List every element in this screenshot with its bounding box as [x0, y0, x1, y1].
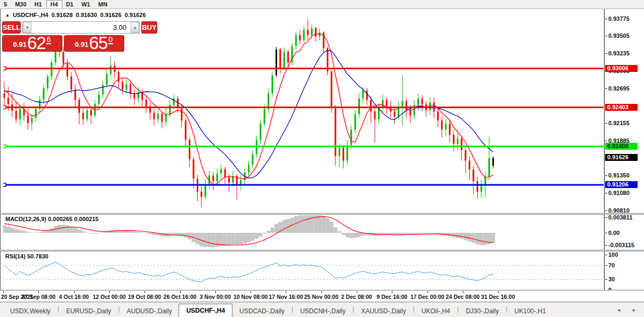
price-axis-label: 0.93505	[608, 32, 630, 39]
price-axis-label: 0.92155	[608, 120, 630, 127]
tab-audusd-daily[interactable]: AUDUSD-,Daily	[120, 306, 179, 317]
time-axis[interactable]: 20 Sep 202127 Sep 08:004 Oct 16:0012 Oct…	[0, 291, 644, 302]
time-axis-label: 26 Oct 16:00	[163, 294, 198, 300]
volume-decrease-icon[interactable]: ▾	[23, 22, 31, 33]
buy-price-prefix: 0.91	[75, 40, 88, 48]
time-axis-tick	[357, 291, 357, 293]
chart-symbol-title: USDCHF-,H4	[13, 12, 49, 18]
time-axis-tick	[109, 291, 110, 293]
rsi-scale-label: 30	[608, 276, 615, 283]
timeframe-button-h1[interactable]: H1	[31, 0, 46, 9]
time-axis-tick	[74, 291, 75, 293]
macd-scale-label: -0.003115	[608, 242, 634, 249]
time-axis-label: 27 Sep 08:00	[21, 294, 56, 300]
price-line-badge: 0.92403	[605, 104, 638, 111]
timeframe-button-5[interactable]: 5	[0, 0, 11, 9]
price-axis[interactable]: 0.937750.935050.932350.929650.926950.921…	[604, 9, 644, 291]
buy-price-button[interactable]: 0.91 65 0	[64, 35, 124, 52]
time-axis-label: 25 Nov 00:00	[304, 294, 339, 300]
buy-price-big: 65	[89, 36, 108, 51]
timeframe-button-w1[interactable]: W1	[78, 0, 95, 9]
price-axis-label: 0.91350	[608, 172, 630, 179]
timeframe-button-m30[interactable]: M30	[11, 0, 30, 9]
time-axis-tick	[321, 291, 322, 293]
chart-tab-bar: USDX,Weekly|EURUSD-,Daily|AUDUSD-,DailyU…	[0, 302, 644, 317]
time-axis-tick	[3, 291, 4, 293]
tab-scroll-left-icon[interactable]: ◄	[616, 307, 621, 313]
tab-scroll-right-icon[interactable]: ►	[632, 307, 637, 313]
tab-usdcnh-daily[interactable]: USDCNH-,Daily	[293, 306, 352, 317]
volume-input[interactable]	[31, 22, 131, 33]
time-axis-label: 31 Dec 16:00	[480, 294, 516, 300]
price-axis-label: 0.93775	[608, 15, 630, 22]
macd-label: MACD(12,26,9) 0.000265 0.000215	[5, 216, 99, 222]
timeframe-button-mn[interactable]: MN	[94, 0, 111, 9]
time-axis-splitter[interactable]	[0, 290, 644, 291]
tab-uk100-h1[interactable]: UK100-,H1	[508, 306, 553, 317]
buy-button[interactable]: BUY	[141, 21, 157, 34]
tab-ukoil-h4[interactable]: UKOil-,H4	[415, 306, 457, 317]
sell-price-big: 62	[27, 36, 46, 51]
rsi-scale-label: 70	[608, 262, 615, 269]
time-axis-label: 4 Oct 16:00	[57, 294, 92, 300]
time-axis-label: 10 Nov 08:00	[233, 294, 268, 300]
time-axis-tick	[498, 291, 498, 293]
macd-pane-splitter[interactable]	[0, 213, 644, 215]
price-line-badge: 0.91206	[605, 181, 638, 188]
macd-scale-label: 0.00	[608, 230, 619, 237]
terminal-window: 5M30H1H4D1W1MN 0.937750.935050.932350.92…	[0, 0, 644, 317]
rsi-label: RSI(14) 50.7830	[5, 253, 49, 259]
price-axis-label: 0.93235	[608, 50, 630, 57]
timeframe-button-h4[interactable]: H4	[46, 0, 62, 9]
sell-price-button[interactable]: 0.91 62 6	[2, 35, 62, 52]
time-axis-tick	[428, 291, 428, 293]
ohlc-high: 0.91630	[76, 12, 97, 18]
time-axis-label: 19 Oct 08:00	[127, 294, 162, 300]
price-line-badge: 0.93006	[605, 65, 638, 72]
macd-scale-label: 0.003811	[608, 214, 632, 221]
sell-price-pip: 6	[46, 36, 52, 44]
tab-usdx-weekly[interactable]: USDX,Weekly	[3, 306, 58, 317]
tab-usdchf-h4[interactable]: USDCHF-,H4	[179, 304, 232, 317]
time-axis-tick	[180, 291, 181, 293]
rsi-pane-splitter[interactable]	[0, 250, 644, 251]
price-line-badge: 0.91800	[605, 143, 638, 150]
time-axis-label: 3 Nov 00:00	[198, 294, 233, 300]
time-axis-label: 2 Dec 08:00	[339, 294, 374, 300]
tab-eurusd-daily[interactable]: EURUSD-,Daily	[59, 306, 118, 317]
tab-usdcad-daily[interactable]: USDCAD-,Daily	[232, 306, 292, 317]
time-axis-tick	[463, 291, 463, 293]
buy-price-pip: 0	[108, 36, 114, 44]
time-axis-label: 12 Oct 00:00	[92, 294, 127, 300]
ohlc-open: 0.91628	[52, 12, 73, 18]
time-axis-tick	[215, 291, 216, 293]
price-axis-label: 0.91080	[608, 190, 630, 197]
price-line-badge: 0.91626	[605, 154, 638, 161]
ohlc-close: 0.91626	[125, 12, 146, 18]
price-axis-label: 0.92695	[608, 85, 630, 92]
one-click-trading-panel: SELL ▾ ▴ BUY 0.91 62 6 0.91 65 0	[2, 21, 124, 52]
collapse-chart-icon[interactable]: ▲	[5, 13, 10, 18]
time-axis-label: 17 Nov 16:00	[268, 294, 303, 300]
tab-scroll-arrows: ◄►	[616, 307, 637, 313]
ohlc-low: 0.91626	[100, 12, 122, 18]
time-axis-tick	[392, 291, 392, 293]
time-axis-tick	[38, 291, 39, 293]
volume-stepper: ▾ ▴	[22, 21, 140, 34]
volume-increase-icon[interactable]: ▴	[131, 22, 139, 33]
sell-price-prefix: 0.91	[13, 40, 27, 48]
time-axis-tick	[144, 291, 145, 293]
chart-header: ▲ USDCHF-,H4 0.91628 0.91630 0.91626 0.9…	[5, 12, 146, 18]
time-axis-label: 24 Dec 08:00	[445, 294, 480, 300]
tab-dj30-daily[interactable]: DJ30-,Daily	[459, 306, 506, 317]
timeframe-button-d1[interactable]: D1	[62, 0, 78, 9]
time-axis-tick	[251, 291, 251, 293]
time-axis-tick	[286, 291, 286, 293]
sell-button[interactable]: SELL	[2, 21, 21, 34]
time-axis-label: 9 Dec 16:00	[374, 294, 409, 300]
timeframe-toolbar: 5M30H1H4D1W1MN	[0, 0, 644, 9]
time-axis-label: 17 Dec 00:00	[410, 294, 445, 300]
tab-xauusd-daily[interactable]: XAUUSD-,Daily	[354, 306, 413, 317]
rsi-scale-label: 100	[608, 251, 618, 258]
